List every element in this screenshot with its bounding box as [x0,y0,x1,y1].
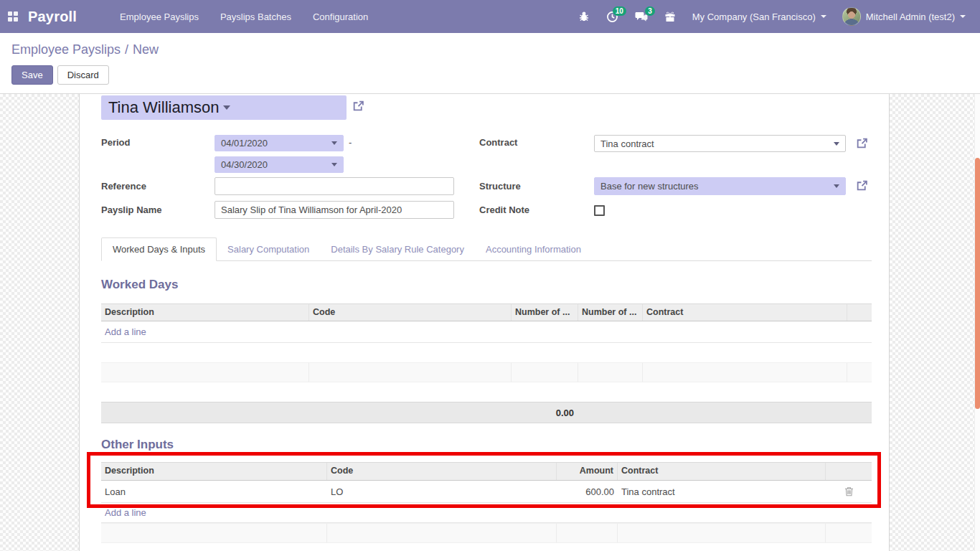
other-inputs-table-header: Description Code Amount Contract [101,462,872,481]
activities-badge: 10 [613,6,626,16]
contract-label: Contract [479,137,517,148]
form-sheet: Tina Williamson Period 04/01/2020 - 04/3… [79,94,890,551]
company-name: My Company (San Francisco) [692,11,816,22]
structure-external-link-icon[interactable] [856,179,868,192]
breadcrumb-parent[interactable]: Employee Payslips [11,42,121,57]
save-button[interactable]: Save [11,65,53,85]
control-panel: Employee Payslips/New Save Discard [0,33,980,94]
worked-days-add-a-line-link[interactable]: Add a line [101,326,146,337]
breadcrumb-current: New [133,42,159,57]
period-from-field[interactable]: 04/01/2020 [215,135,344,151]
app-brand[interactable]: Payroll [28,9,77,25]
other-inputs-title: Other Inputs [101,438,174,452]
other-inputs-add-line-row: Add a line [101,503,872,523]
cell-code[interactable]: LO [327,486,557,497]
user-menu[interactable]: Mitchell Admin (test2) [838,7,970,26]
reference-label: Reference [101,181,146,192]
credit-note-label: Credit Note [479,204,529,215]
chevron-down-icon [834,142,839,146]
apps-menu-icon[interactable] [8,11,18,22]
column-header-contract[interactable]: Contract [618,463,826,480]
worked-days-total-row: 0.00 [101,402,872,423]
notebook-tabbar: Worked Days & Inputs Salary Computation … [101,238,872,261]
column-header-number-of-hours[interactable]: Number of ... [578,304,643,321]
top-navbar: Payroll Employee Payslips Payslips Batch… [0,0,980,33]
column-header-code[interactable]: Code [327,463,557,480]
company-switcher[interactable]: My Company (San Francisco) [688,11,831,22]
other-inputs-row-loan[interactable]: Loan LO 600.00 Tina contract [101,481,872,503]
employee-field[interactable]: Tina Williamson [101,95,347,120]
structure-value: Base for new structures [600,181,829,192]
structure-field[interactable]: Base for new structures [594,177,846,195]
scrollbar-thumb[interactable] [975,158,980,409]
navbar-right: 10 3 My Company (San Francisco) Mitchell… [573,6,980,27]
structure-label: Structure [479,181,521,192]
other-inputs-add-a-line-link[interactable]: Add a line [101,507,146,518]
column-header-amount[interactable]: Amount [557,463,618,480]
activities-clock-icon[interactable]: 10 [602,6,623,27]
breadcrumb-separator: / [125,42,128,57]
tab-salary-computation[interactable]: Salary Computation [217,238,320,260]
payslip-name-label: Payslip Name [101,204,162,215]
chevron-down-icon[interactable] [223,105,230,110]
column-header-number-of-days[interactable]: Number of ... [512,304,578,321]
user-avatar [842,7,861,26]
reference-input[interactable] [215,177,454,195]
tab-worked-days-inputs[interactable]: Worked Days & Inputs [101,237,217,261]
column-header-description[interactable]: Description [101,304,309,321]
worked-days-empty-row [101,362,872,382]
column-header-code[interactable]: Code [309,304,512,321]
cell-amount[interactable]: 600.00 [557,486,618,497]
nav-item-payslips-batches[interactable]: Payslips Batches [212,0,300,33]
delete-row-trash-icon[interactable] [844,486,854,496]
chevron-down-icon [834,184,839,188]
discard-button[interactable]: Discard [57,65,109,85]
cell-description[interactable]: Loan [101,486,327,497]
chevron-down-icon [960,15,966,18]
payslip-name-input[interactable] [215,201,454,219]
messages-badge: 3 [645,6,655,16]
cell-contract[interactable]: Tina contract [618,486,826,497]
contract-field[interactable]: Tina contract [594,135,846,152]
worked-days-table-header: Description Code Number of ... Number of… [101,303,872,321]
debug-bug-icon[interactable] [573,6,595,27]
contract-value: Tina contract [600,138,829,149]
column-header-description[interactable]: Description [101,463,327,480]
user-name: Mitchell Admin (test2) [866,11,955,22]
other-inputs-empty-row [101,523,872,543]
chevron-down-icon [331,163,337,166]
period-to-value: 04/30/2020 [221,159,327,170]
credit-note-checkbox[interactable] [594,205,605,216]
chevron-down-icon [331,141,337,145]
period-separator: - [349,137,352,148]
gift-icon[interactable] [659,6,681,27]
tab-details-by-salary-rule-category[interactable]: Details By Salary Rule Category [320,238,475,260]
worked-days-title: Worked Days [101,278,178,292]
breadcrumb: Employee Payslips/New [11,42,969,57]
messages-chat-icon[interactable]: 3 [631,6,652,27]
column-header-contract[interactable]: Contract [643,304,847,321]
period-from-value: 04/01/2020 [221,138,327,149]
content-background: Tina Williamson Period 04/01/2020 - 04/3… [0,94,980,551]
nav-item-employee-payslips[interactable]: Employee Payslips [111,0,207,33]
employee-external-link-icon[interactable] [352,100,364,112]
tab-accounting-information[interactable]: Accounting Information [475,238,592,260]
chevron-down-icon [821,15,826,18]
worked-days-add-line-row: Add a line [101,321,872,343]
contract-external-link-icon[interactable] [856,137,868,149]
main-menu: Employee Payslips Payslips Batches Confi… [111,0,377,33]
period-label: Period [101,137,130,148]
nav-item-configuration[interactable]: Configuration [304,0,377,33]
period-to-field[interactable]: 04/30/2020 [215,156,344,173]
worked-days-total-value: 0.00 [101,408,578,418]
employee-name: Tina Williamson [108,98,219,117]
